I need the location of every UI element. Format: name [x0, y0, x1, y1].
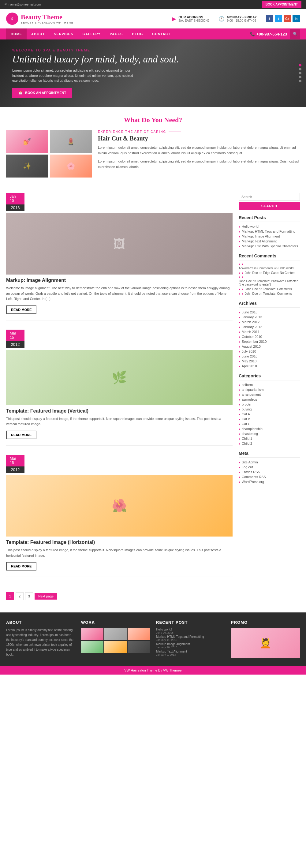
nav-blog[interactable]: BLOG — [127, 28, 148, 39]
post-1-month-day: Jan 10 — [6, 193, 25, 205]
meta-comments-rss[interactable]: Comments RSS — [239, 475, 300, 479]
cat-4[interactable]: broder — [239, 402, 300, 406]
exp-label: EXPERIENCE THE ART OF CARING — [98, 130, 300, 133]
post-3-image: 🌺 — [6, 475, 233, 536]
address-label: OUR ADDRESS — [178, 15, 209, 19]
footer-recent-post-title: RECENT POST — [156, 620, 225, 625]
post-3-read-more-button[interactable]: READ MORE — [6, 562, 36, 570]
hero-dot-3[interactable] — [299, 72, 301, 74]
logo-text: Beauty Theme BEAUTY SPA SALOON WP THEME — [21, 13, 73, 24]
footer-post-1-date: January 11, 2013 — [156, 639, 225, 642]
sidebar: SEARCH Recent Posts Hello world! Markup:… — [239, 193, 300, 606]
footer-work-grid — [81, 628, 150, 653]
cat-9[interactable]: championship — [239, 427, 300, 431]
search-input[interactable] — [239, 193, 300, 201]
recent-comment-1: ◆ A WordPress Commenter on Hello world! — [239, 263, 300, 270]
archive-11[interactable]: April 2010 — [239, 364, 300, 368]
archive-5[interactable]: October 2010 — [239, 335, 300, 339]
recent-post-1[interactable]: Hello world! — [239, 225, 300, 228]
cat-3[interactable]: asmodeus — [239, 398, 300, 401]
cat-5[interactable]: buying — [239, 407, 300, 411]
recent-post-4[interactable]: Markup: Text Alignment — [239, 239, 300, 243]
nav-about[interactable]: ABOUT — [27, 28, 49, 39]
meta-entries-rss[interactable]: Entries RSS — [239, 470, 300, 474]
linkedin-button[interactable]: in — [293, 15, 300, 22]
footer-post-3[interactable]: Markup Text Alignment January 9, 2013 — [156, 650, 225, 656]
book-appointment-button[interactable]: BOOK APPOINTMENT — [262, 1, 301, 8]
cat-8[interactable]: Cat C — [239, 422, 300, 426]
recent-post-3[interactable]: Markup: Image Alignment — [239, 235, 300, 238]
footer-post-2[interactable]: Markup Image Alignment January 10, 2013 — [156, 643, 225, 649]
nav-pages[interactable]: PAGES — [105, 28, 128, 39]
cat-10[interactable]: chastening — [239, 432, 300, 436]
hero-cta-button[interactable]: 📅 BOOK AN APPOINTMENT — [12, 88, 72, 98]
post-2-excerpt: This post should display a featured imag… — [6, 416, 233, 427]
footer-post-1[interactable]: Markup HTML Tags and Formatting January … — [156, 635, 225, 642]
hero-dot-2[interactable] — [299, 68, 301, 70]
footer-about: ABOUT Lorem Ipsum is simply dummy text o… — [6, 620, 75, 658]
services-section: 💅 💄 ✨ 🌸 EXPERIENCE THE ART OF CARING Hai… — [0, 127, 306, 187]
footer-post-0[interactable]: Hello world! June 26, 2018 — [156, 628, 225, 634]
hero-dot-1[interactable] — [299, 64, 301, 66]
archive-8[interactable]: July 2010 — [239, 349, 300, 353]
top-bar: ✉ name@someemail.com BOOK APPOINTMENT — [0, 0, 306, 9]
google-button[interactable]: G+ — [284, 15, 291, 22]
post-3-title: Template: Featured Image (Horizontal) — [6, 539, 233, 545]
post-2-title: Template: Featured Image (Vertical) — [6, 408, 233, 414]
work-thumb-2 — [104, 628, 127, 640]
cat-7[interactable]: Cat B — [239, 417, 300, 421]
recent-post-2[interactable]: Markup: HTML Tags and Formatting — [239, 229, 300, 233]
cat-2[interactable]: arrangement — [239, 393, 300, 396]
cat-0[interactable]: aciform — [239, 383, 300, 386]
nav-gallery[interactable]: GALLERY — [78, 28, 105, 39]
post-2-read-more-button[interactable]: READ MORE — [6, 431, 36, 439]
hero-welcome: WELCOME TO SPA & BEAUTY THEME — [12, 49, 294, 52]
meta-wordpress[interactable]: WordPress.org — [239, 480, 300, 484]
twitter-button[interactable]: t — [275, 15, 282, 22]
cat-11[interactable]: Child 1 — [239, 437, 300, 440]
cat-6[interactable]: Cat A — [239, 412, 300, 416]
email-text: name@someemail.com — [8, 3, 41, 6]
archive-9[interactable]: June 2010 — [239, 354, 300, 358]
page-1-button[interactable]: 1 — [6, 592, 14, 600]
page-3-button[interactable]: 3 — [25, 592, 33, 600]
hero-description: Lorem ipsum dolor sit amet, consectetur … — [12, 68, 141, 83]
facebook-button[interactable]: f — [266, 15, 273, 22]
nav-search-button[interactable]: 🔍 — [290, 29, 300, 39]
nav-contact[interactable]: CONTACT — [148, 28, 175, 39]
post-1-read-more-button[interactable]: READ MORE — [6, 306, 36, 314]
nav-services[interactable]: SERVICES — [49, 28, 78, 39]
hero-btn-label: BOOK AN APPOINTMENT — [25, 91, 66, 95]
archive-6[interactable]: September 2010 — [239, 340, 300, 343]
services-text: EXPERIENCE THE ART OF CARING Hair Cut & … — [98, 130, 300, 178]
promo-image-icon: 💆 — [260, 638, 271, 649]
hero-dot-4[interactable] — [299, 76, 301, 79]
hours-value: 9:00 - 18:00 GMT+06 — [227, 19, 257, 22]
archive-4[interactable]: March 2011 — [239, 330, 300, 334]
cat-12[interactable]: Child 2 — [239, 442, 300, 445]
post-2-year: 2012 — [6, 341, 25, 348]
archive-7[interactable]: August 2010 — [239, 345, 300, 348]
footer-promo-image: 💆 — [231, 628, 300, 658]
next-page-button[interactable]: Next page — [35, 593, 57, 599]
meta-site-admin[interactable]: Site Admin — [239, 460, 300, 464]
page-2-button[interactable]: 2 — [16, 592, 24, 600]
hero-dot-5[interactable] — [299, 80, 301, 82]
post-3-date: Mar 15 2012 — [6, 455, 25, 473]
header-address: ▶ OUR ADDRESS 3/A, EAST SHIBGONJ — [172, 15, 209, 22]
location-icon: ▶ — [172, 16, 176, 22]
search-button[interactable]: SEARCH — [239, 202, 300, 210]
meta-log-out[interactable]: Log out — [239, 465, 300, 469]
archive-0[interactable]: June 2018 — [239, 310, 300, 314]
archive-10[interactable]: May 2010 — [239, 359, 300, 363]
cat-1[interactable]: antiquarianism — [239, 388, 300, 392]
archive-1[interactable]: January 2013 — [239, 315, 300, 319]
footer-bottom: VW Hair salon Theme By VW Themee — [0, 666, 306, 675]
archive-3[interactable]: January 2012 — [239, 325, 300, 329]
beauty-icon: 💄 — [67, 138, 75, 146]
recent-post-5[interactable]: Markup: Title With Special Characters — [239, 244, 300, 248]
archive-2[interactable]: March 2012 — [239, 320, 300, 324]
top-bar-email: ✉ name@someemail.com — [5, 3, 41, 6]
email-icon: ✉ — [5, 3, 7, 6]
nav-home[interactable]: HOME — [6, 28, 27, 39]
